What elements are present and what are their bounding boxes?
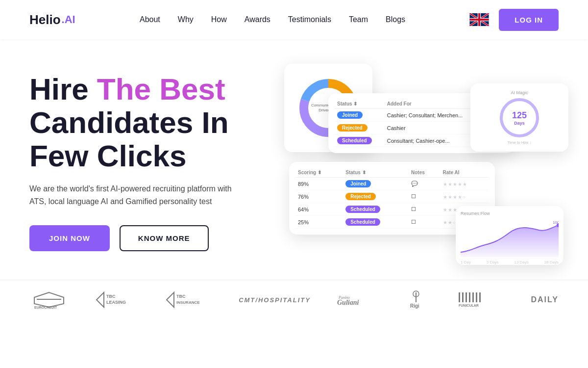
days-circle: 125 Days bbox=[500, 98, 539, 137]
nav-right: LOG IN bbox=[469, 9, 559, 31]
svg-rect-25 bbox=[472, 292, 474, 302]
logo[interactable]: Helio .AI bbox=[29, 12, 75, 27]
hero-text: Hire The Best Candidates InFew Clicks We… bbox=[29, 73, 274, 252]
logo-guliani: Panino Guliani bbox=[336, 290, 375, 310]
status-cell: Rejected bbox=[334, 122, 384, 134]
nav-team[interactable]: Team bbox=[349, 15, 368, 24]
svg-rect-24 bbox=[469, 292, 470, 302]
area-chart: 100 bbox=[461, 218, 559, 257]
graph-label-3days: 3 Days bbox=[487, 260, 499, 264]
nav-about[interactable]: About bbox=[140, 15, 160, 24]
nav-testimonials[interactable]: Testimonials bbox=[288, 15, 331, 24]
rate-cell: ★★★★○ bbox=[440, 190, 489, 203]
logo-daily: DAILY bbox=[531, 295, 559, 304]
logo-tbc-leasing: TBC LEASING bbox=[94, 290, 138, 310]
ai-magic-card: AI Magic 125 Days Time to Hire ↓ bbox=[470, 83, 568, 152]
logo-text: Helio bbox=[29, 12, 61, 27]
hero-visual: Communicator 40% Driver 40% Status ⬍ Add… bbox=[274, 64, 559, 260]
col-status2: Status ⬍ bbox=[343, 168, 408, 178]
graph-label-1day: 1 Day bbox=[461, 260, 471, 264]
svg-rect-27 bbox=[479, 292, 481, 302]
svg-text:Guliani: Guliani bbox=[337, 299, 359, 306]
guliani-logo-icon: Panino Guliani bbox=[336, 290, 375, 310]
graph-title: Resumes Flow bbox=[461, 211, 559, 216]
hero-buttons: JOIN NOW KNOW MORE bbox=[29, 225, 274, 251]
logo-eurocredit: EUROCREDIT bbox=[29, 290, 69, 310]
col-notes2: Notes bbox=[408, 168, 440, 178]
nav-why[interactable]: Why bbox=[178, 15, 194, 24]
rate-cell: ★★★★★ bbox=[440, 178, 489, 190]
hero-section: Hire The Best Candidates InFew Clicks We… bbox=[0, 39, 588, 275]
days-subtitle: Time to Hire ↓ bbox=[507, 140, 532, 145]
svg-marker-13 bbox=[167, 292, 174, 307]
svg-text:100: 100 bbox=[553, 220, 559, 225]
logo-tbc-insurance: TBC INSURANCE bbox=[164, 290, 213, 310]
logo-dot-ai: .AI bbox=[62, 13, 75, 26]
eurocredit-logo-icon: EUROCREDIT bbox=[29, 290, 69, 310]
score-cell: 64% bbox=[295, 203, 343, 216]
svg-marker-10 bbox=[97, 292, 104, 307]
svg-rect-26 bbox=[476, 292, 477, 302]
note-cell: ☐ bbox=[408, 203, 440, 216]
col-scoring: Scoring ⬍ bbox=[295, 168, 343, 178]
score-cell: 76% bbox=[295, 190, 343, 203]
logos-section: EUROCREDIT TBC LEASING TBC INSURANCE CMT… bbox=[0, 280, 588, 319]
svg-text:LEASING: LEASING bbox=[106, 300, 126, 305]
logo-cmt: CMT/HOSPITALITY bbox=[239, 296, 311, 304]
nav-awards[interactable]: Awards bbox=[245, 15, 270, 24]
status-cell: Joined bbox=[334, 109, 384, 122]
days-unit: Days bbox=[514, 121, 525, 126]
note-cell: ☐ bbox=[408, 190, 440, 203]
tbc-leasing-logo-icon: TBC LEASING bbox=[94, 290, 138, 310]
status-cell: Scheduled bbox=[343, 216, 408, 229]
language-flag-icon[interactable] bbox=[469, 13, 489, 26]
svg-text:TBC: TBC bbox=[106, 294, 116, 299]
navbar: Helio .AI About Why How Awards Testimoni… bbox=[0, 0, 588, 39]
svg-text:FUNICULAR: FUNICULAR bbox=[459, 304, 479, 307]
col-added-for: Added For bbox=[384, 99, 485, 109]
svg-text:EUROCREDIT: EUROCREDIT bbox=[34, 306, 57, 309]
svg-text:Rigi: Rigi bbox=[410, 303, 419, 309]
logo-rigi: Rigi bbox=[401, 290, 431, 310]
cmt-text: CMT/HOSPITALITY bbox=[239, 296, 311, 304]
added-for-cell: Cashier; Consultant; Merchen... bbox=[384, 109, 485, 122]
svg-text:TBC: TBC bbox=[176, 294, 186, 299]
headline-candidates: Candidates InFew Clicks bbox=[29, 105, 229, 173]
nav-blogs[interactable]: Blogs bbox=[386, 15, 405, 24]
svg-rect-21 bbox=[459, 292, 460, 302]
table-row: 89% Joined 💬 ★★★★★ bbox=[295, 178, 489, 190]
resumes-flow-card: Resumes Flow 100 1 Day 3 Days 13 Days bbox=[456, 206, 564, 265]
hero-description: We are the world's first AI-powered recr… bbox=[29, 183, 245, 208]
ai-magic-label: AI Magic bbox=[511, 90, 528, 95]
graph-label-13days: 13 Days bbox=[514, 260, 528, 264]
know-more-button[interactable]: KNOW MORE bbox=[120, 225, 209, 251]
hero-headline: Hire The Best Candidates InFew Clicks bbox=[29, 73, 274, 173]
note-cell: ☐ bbox=[408, 216, 440, 229]
note-cell: 💬 bbox=[408, 178, 440, 190]
added-for-cell: Cashier bbox=[384, 122, 485, 134]
headline-hire: Hire bbox=[29, 72, 97, 106]
graph-label-18days: 18 Days bbox=[544, 260, 559, 264]
svg-text:INSURANCE: INSURANCE bbox=[176, 300, 200, 305]
status-cell: Scheduled bbox=[334, 134, 384, 147]
join-now-button[interactable]: JOIN NOW bbox=[29, 225, 110, 251]
status-cell: Rejected bbox=[343, 190, 408, 203]
status-cell: Joined bbox=[343, 178, 408, 190]
svg-rect-22 bbox=[462, 292, 464, 302]
rigi-logo-icon: Rigi bbox=[401, 290, 431, 310]
added-for-cell: Consultant; Cashier-ope... bbox=[384, 134, 485, 147]
days-number: 125 bbox=[512, 110, 527, 121]
nav-how[interactable]: How bbox=[211, 15, 227, 24]
score-cell: 89% bbox=[295, 178, 343, 190]
svg-rect-8 bbox=[37, 299, 61, 300]
login-button[interactable]: LOG IN bbox=[499, 9, 559, 31]
funicular-logo-icon: FUNICULAR bbox=[456, 290, 505, 310]
nav-links: About Why How Awards Testimonials Team B… bbox=[140, 15, 405, 24]
daily-text: DAILY bbox=[531, 295, 559, 304]
table-row: 76% Rejected ☐ ★★★★○ bbox=[295, 190, 489, 203]
col-status: Status ⬍ bbox=[334, 99, 384, 109]
tbc-insurance-logo-icon: TBC INSURANCE bbox=[164, 290, 213, 310]
headline-best: The Best bbox=[97, 72, 225, 106]
status-cell: Scheduled bbox=[343, 203, 408, 216]
svg-rect-23 bbox=[466, 292, 467, 302]
